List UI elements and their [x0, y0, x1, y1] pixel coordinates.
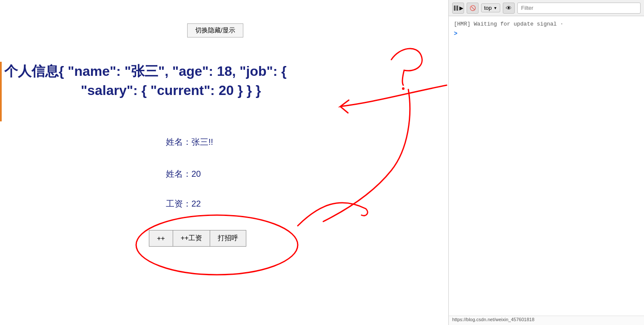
filter-input[interactable] — [517, 3, 641, 14]
console-prompt[interactable]: > — [454, 30, 639, 37]
action-buttons-group: ++ ++工资 打招呼 — [149, 230, 246, 247]
eye-icon[interactable]: 👁 — [503, 3, 515, 14]
context-selector[interactable]: top ▼ — [481, 3, 500, 12]
age-display: 姓名：20 — [166, 168, 201, 180]
toggle-button[interactable]: 切换隐藏/显示 — [187, 23, 243, 37]
name-display: 姓名：张三!! — [166, 136, 213, 148]
stop-icon[interactable]: 🚫 — [467, 3, 479, 14]
increment-button[interactable]: ++ — [149, 230, 173, 247]
chevron-down-icon: ▼ — [493, 6, 497, 10]
personal-info-label: 个人信息 — [4, 63, 59, 79]
json-line2: "salary": { "current": 20 } } } — [4, 83, 261, 98]
personal-info-section: 个人信息{ "name": "张三", "age": 18, "job": { … — [4, 62, 287, 100]
svg-rect-2 — [454, 6, 456, 11]
annotation-overlay — [0, 0, 449, 325]
svg-rect-3 — [456, 6, 458, 11]
increment-salary-button[interactable]: ++工资 — [173, 230, 210, 247]
greet-button[interactable]: 打招呼 — [210, 230, 246, 247]
salary-display: 工资：22 — [166, 198, 201, 210]
context-label: top — [484, 5, 492, 11]
devtools-panel: ▶ 🚫 top ▼ 👁 [HMR] Waiting for update sig… — [449, 0, 644, 325]
json-line1: { "name": "张三", "age": 18, "job": { — [59, 63, 287, 79]
orange-indicator — [0, 62, 2, 121]
devtools-toolbar: ▶ 🚫 top ▼ 👁 — [449, 0, 644, 16]
hmr-message: [HMR] Waiting for update signal · — [454, 20, 639, 29]
devtools-console: [HMR] Waiting for update signal · > — [449, 16, 644, 316]
svg-point-1 — [402, 87, 405, 90]
main-panel: 切换隐藏/显示 个人信息{ "name": "张三", "age": 18, "… — [0, 0, 449, 325]
devtools-url: https://blog.csdn.net/weixin_457601818 — [449, 316, 644, 325]
play-icon[interactable]: ▶ — [452, 3, 464, 14]
